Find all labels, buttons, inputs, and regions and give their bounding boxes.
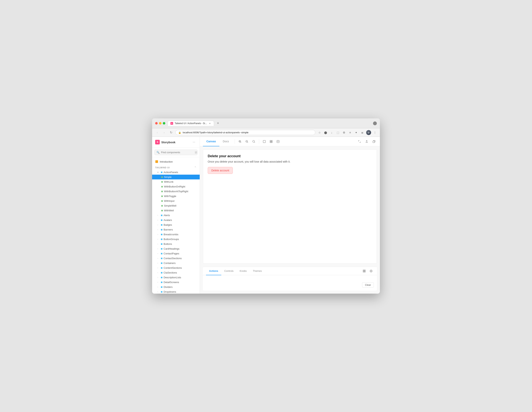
search-input[interactable] <box>161 151 193 154</box>
refresh-button[interactable]: ↻ <box>169 130 173 135</box>
bookmark-icon[interactable]: ☆ <box>317 130 322 135</box>
extension-icon-6[interactable]: ✦ <box>354 130 359 135</box>
sidebar-item-withtoggle[interactable]: WithToggle <box>152 194 200 198</box>
contactpages-label: ContactPages <box>164 252 179 255</box>
tab-controls[interactable]: Controls <box>221 267 237 275</box>
panel-close-button[interactable] <box>368 268 374 274</box>
sidebar-item-contentsections[interactable]: › ContentSections <box>152 265 200 270</box>
component-icon <box>161 262 162 264</box>
search-bar[interactable]: 🔍 / <box>154 150 197 155</box>
new-tab-button[interactable]: + <box>216 121 220 126</box>
sidebar-item-actionpanels[interactable]: ▾ ActionPanels <box>152 170 200 175</box>
withwell-label: WithWell <box>164 209 174 212</box>
grid-button[interactable] <box>268 139 274 144</box>
sidebar-item-badges[interactable]: › Badges <box>152 222 200 227</box>
tab-knobs[interactable]: Knobs <box>237 267 250 275</box>
tab-canvas[interactable]: Canvas <box>203 137 219 146</box>
sidebar-item-ctasections[interactable]: › CtaSections <box>152 270 200 275</box>
svg-rect-11 <box>271 140 272 141</box>
sidebar-item-detailscreens[interactable]: › DetailScreens <box>152 280 200 284</box>
avatar[interactable]: U <box>366 130 371 135</box>
maximize-window-button[interactable] <box>163 122 165 125</box>
sidebar-item-withbuttononright[interactable]: WithButtonOnRight <box>152 184 200 189</box>
sidebar-item-withwell[interactable]: WithWell <box>152 208 200 213</box>
arrow-icon: › <box>157 262 160 264</box>
component-icon <box>161 258 162 259</box>
back-button[interactable]: ‹ <box>155 130 160 135</box>
sidebar-item-containers[interactable]: › Containers <box>152 261 200 265</box>
descriptionlists-label: DescriptionLists <box>164 276 181 279</box>
copy-link-button[interactable] <box>371 139 377 144</box>
tab-docs[interactable]: Docs <box>219 137 232 146</box>
arrow-icon: › <box>157 233 160 235</box>
svg-rect-9 <box>263 140 266 143</box>
sidebar: S Storybook ··· 🔍 / Introducti <box>152 137 200 294</box>
zoom-in-button[interactable] <box>237 139 243 144</box>
expand-button[interactable] <box>357 139 362 144</box>
detailscreens-label: DetailScreens <box>164 281 179 284</box>
extension-icon-3[interactable]: ⬚ <box>336 130 340 135</box>
zoom-out-button[interactable] <box>244 139 250 144</box>
svg-rect-16 <box>373 141 375 143</box>
sidebar-item-withbuttonattopright[interactable]: WithButtonAtTopRight <box>152 189 200 194</box>
tab-close-button[interactable]: ✕ <box>209 122 211 125</box>
extension-icon-1[interactable]: ⬤ <box>323 130 328 135</box>
main-content: Canvas Docs <box>200 137 380 294</box>
close-window-button[interactable] <box>155 122 158 125</box>
forward-button[interactable]: › <box>162 130 167 135</box>
url-bar[interactable]: 🔒 localhost:6006/?path=/story/tailwind-u… <box>175 130 315 135</box>
sidebar-item-simple[interactable]: Simple <box>152 175 200 179</box>
clear-button[interactable]: Clear <box>362 282 374 287</box>
zoom-reset-button[interactable] <box>251 139 257 144</box>
arrow-icon: ▾ <box>157 171 160 173</box>
browser-tab[interactable]: S Tailwind UI / ActionPanels - Si... ✕ <box>168 121 214 126</box>
extension-icon-5[interactable]: ≡ <box>348 130 352 135</box>
withtoggle-label: WithToggle <box>164 195 176 197</box>
sidebar-item-alerts[interactable]: › Alerts <box>152 213 200 218</box>
sidebar-item-introduction[interactable]: Introduction <box>152 159 200 165</box>
sidebar-item-dividers[interactable]: › Dividers <box>152 284 200 289</box>
frame-button[interactable] <box>261 139 267 144</box>
sidebar-item-descriptionlists[interactable]: › DescriptionLists <box>152 275 200 280</box>
book-icon <box>155 160 158 163</box>
sidebar-menu-button[interactable]: ··· <box>191 139 197 145</box>
sidebar-item-banners[interactable]: › Banners <box>152 227 200 232</box>
sidebar-item-contactpages[interactable]: › ContactPages <box>152 251 200 256</box>
avatars-label: Avatars <box>164 219 172 222</box>
sidebar-item-buttons[interactable]: › Buttons <box>152 242 200 246</box>
component-icon <box>161 267 162 269</box>
layout-button[interactable] <box>275 139 281 144</box>
sidebar-item-contactsections[interactable]: › ContactSections <box>152 256 200 261</box>
sidebar-item-simplewell[interactable]: SimpleWell <box>152 203 200 208</box>
simplewell-label: SimpleWell <box>164 204 176 207</box>
actionpanels-label: ActionPanels <box>164 171 178 174</box>
lock-icon: 🔒 <box>178 131 181 134</box>
extension-icon-4[interactable]: ⚙ <box>342 130 346 135</box>
sidebar-item-dropdowns[interactable]: › Dropdowns <box>152 289 200 294</box>
sidebar-item-withlink[interactable]: WithLink <box>152 179 200 184</box>
sidebar-item-breadcrumbs[interactable]: › Breadcrumbs <box>152 232 200 237</box>
tab-themes[interactable]: Themes <box>250 267 265 275</box>
buttons-label: Buttons <box>164 243 172 245</box>
sidebar-content: Introduction TAILWIND UI ⌃ ▾ ActionPanel… <box>152 157 200 294</box>
component-icon <box>161 282 162 283</box>
search-container: 🔍 / <box>152 148 200 157</box>
collapse-icon[interactable]: ⌃ <box>194 166 197 169</box>
sidebar-section-label: TAILWIND UI ⌃ <box>152 165 200 170</box>
component-icon <box>161 277 162 278</box>
sidebar-item-cardheadings[interactable]: › CardHeadings <box>152 246 200 251</box>
tab-actions[interactable]: Actions <box>206 267 221 275</box>
more-options-icon[interactable]: ⋮ <box>373 130 377 135</box>
arrow-icon: › <box>157 238 160 240</box>
sidebar-item-withinput[interactable]: WithInput <box>152 198 200 203</box>
sidebar-item-buttongroups[interactable]: › ButtonGroups <box>152 237 200 242</box>
extension-icon-7[interactable]: ≣ <box>360 130 365 135</box>
delete-account-button[interactable]: Delete account <box>208 167 233 174</box>
canvas-content: Delete your account Once you delete your… <box>203 150 377 263</box>
contentsections-label: ContentSections <box>164 266 182 269</box>
minimize-window-button[interactable] <box>159 122 162 125</box>
panel-grid-button[interactable] <box>361 268 367 274</box>
extension-icon-2[interactable]: ↓ <box>329 130 334 135</box>
share-button[interactable] <box>364 139 370 144</box>
sidebar-item-avatars[interactable]: › Avatars <box>152 218 200 222</box>
